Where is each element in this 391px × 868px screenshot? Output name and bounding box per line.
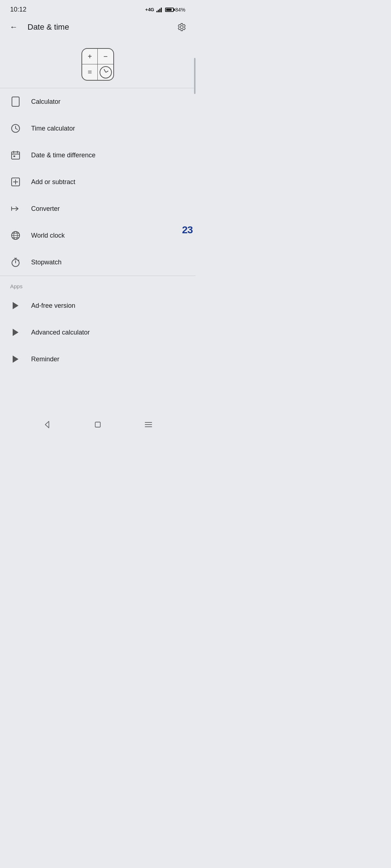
svg-marker-32 <box>45 421 49 428</box>
ad-free-label: Ad-free version <box>31 302 75 310</box>
settings-button[interactable] <box>175 21 188 34</box>
app-icon-plus: + <box>82 49 98 64</box>
app-icon-clock <box>98 64 113 80</box>
time-calculator-label: Time calculator <box>31 125 75 132</box>
svg-rect-1 <box>158 10 159 12</box>
scrollbar-thumb <box>194 58 196 94</box>
svg-rect-12 <box>13 156 15 157</box>
world-clock-label: World clock <box>31 232 65 239</box>
svg-marker-30 <box>13 329 18 336</box>
apps-section: Apps Ad-free version Advanced calculator… <box>0 276 196 373</box>
svg-line-28 <box>18 260 19 261</box>
side-number: 23 <box>182 224 193 236</box>
page-title: Date & time <box>28 22 69 32</box>
menu-item-advanced-calculator[interactable]: Advanced calculator <box>0 319 196 346</box>
menu-item-time-calculator[interactable]: Time calculator <box>0 115 196 142</box>
bottom-nav <box>0 415 196 434</box>
menu-item-date-time-difference[interactable]: Date & time difference <box>0 142 196 169</box>
play-icon-ad-free <box>10 300 21 311</box>
scrollbar[interactable] <box>194 58 196 275</box>
play-icon-advanced <box>10 327 21 338</box>
svg-marker-31 <box>13 356 18 363</box>
nav-back-button[interactable] <box>41 418 54 431</box>
clock-menu-icon <box>10 123 21 134</box>
date-time-difference-label: Date & time difference <box>31 152 96 159</box>
menu-list: Calculator Time calculator Date & time d… <box>0 88 196 276</box>
menu-item-calculator[interactable]: Calculator <box>0 88 196 115</box>
converter-label: Converter <box>31 205 60 213</box>
svg-rect-3 <box>161 8 162 12</box>
stopwatch-label: Stopwatch <box>31 259 62 266</box>
calendar-icon <box>10 150 21 161</box>
signal-icon <box>156 7 163 12</box>
menu-item-converter[interactable]: Converter <box>0 195 196 222</box>
status-bar: 10:12 +4G 84% <box>0 0 196 16</box>
back-button[interactable]: ← <box>7 21 20 34</box>
globe-icon <box>10 230 21 241</box>
status-time: 10:12 <box>10 6 26 13</box>
menu-item-stopwatch[interactable]: Stopwatch <box>0 249 196 276</box>
apps-section-label: Apps <box>0 276 196 292</box>
header: ← Date & time <box>0 16 196 39</box>
convert-icon <box>10 203 21 214</box>
nav-menu-button[interactable] <box>142 418 155 431</box>
svg-rect-8 <box>12 152 20 159</box>
app-icon-area: + − = <box>0 39 196 88</box>
menu-item-add-or-subtract[interactable]: Add or subtract <box>0 169 196 195</box>
app-icon: + − = <box>81 48 114 81</box>
svg-line-7 <box>16 128 17 129</box>
menu-item-world-clock[interactable]: World clock <box>0 222 196 249</box>
tablet-icon <box>10 96 21 107</box>
menu-item-ad-free[interactable]: Ad-free version <box>0 292 196 319</box>
calculator-label: Calculator <box>31 98 60 106</box>
advanced-calculator-label: Advanced calculator <box>31 329 90 336</box>
gear-icon <box>177 22 187 32</box>
battery-fill <box>166 9 172 11</box>
add-square-icon <box>10 176 21 187</box>
battery-icon <box>165 8 174 12</box>
battery-container: 84% <box>165 7 185 13</box>
menu-item-reminder[interactable]: Reminder <box>0 346 196 373</box>
network-icon: +4G <box>145 7 154 12</box>
svg-rect-0 <box>156 11 157 12</box>
svg-marker-29 <box>13 302 18 309</box>
add-or-subtract-label: Add or subtract <box>31 178 75 186</box>
nav-back-icon <box>43 421 51 429</box>
app-icon-minus: − <box>98 49 113 64</box>
nav-menu-icon <box>144 422 152 427</box>
header-left: ← Date & time <box>7 21 69 34</box>
clock-face-icon <box>100 66 112 78</box>
play-icon-reminder <box>10 354 21 365</box>
app-icon-equals: = <box>82 64 98 80</box>
svg-rect-33 <box>95 422 100 427</box>
svg-rect-4 <box>12 97 19 106</box>
back-arrow-icon: ← <box>10 22 18 32</box>
nav-home-icon <box>94 421 102 429</box>
status-icons: +4G 84% <box>145 7 185 13</box>
nav-home-button[interactable] <box>91 418 104 431</box>
reminder-label: Reminder <box>31 356 59 363</box>
stopwatch-icon <box>10 257 21 268</box>
svg-rect-2 <box>159 9 160 12</box>
battery-percent: 84% <box>175 7 185 13</box>
